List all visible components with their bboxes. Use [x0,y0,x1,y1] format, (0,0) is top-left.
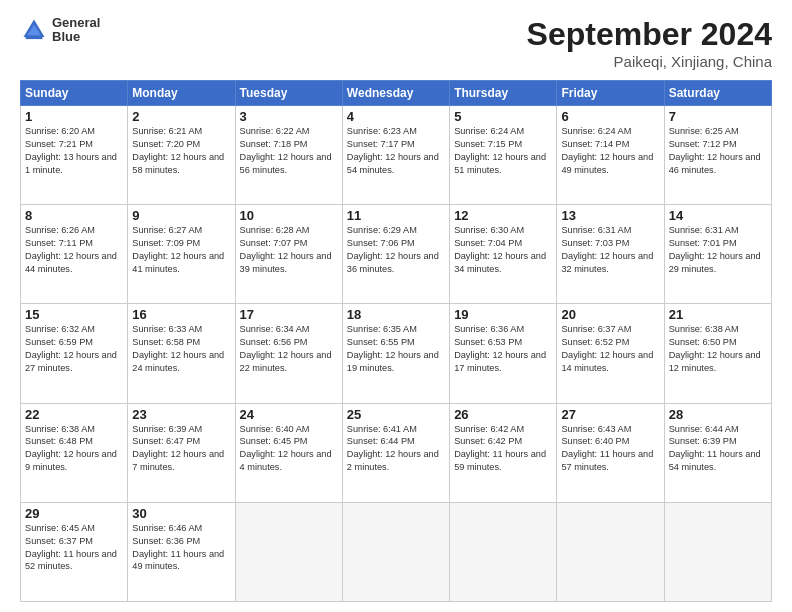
calendar-row-4: 22Sunrise: 6:38 AMSunset: 6:48 PMDayligh… [21,403,772,502]
day-number: 9 [132,208,230,223]
cell-info: Sunrise: 6:35 AMSunset: 6:55 PMDaylight:… [347,323,445,375]
day-number: 1 [25,109,123,124]
title-section: September 2024 Paikeqi, Xinjiang, China [527,16,772,70]
table-row: 27Sunrise: 6:43 AMSunset: 6:40 PMDayligh… [557,403,664,502]
table-row: 16Sunrise: 6:33 AMSunset: 6:58 PMDayligh… [128,304,235,403]
table-row: 15Sunrise: 6:32 AMSunset: 6:59 PMDayligh… [21,304,128,403]
cell-info: Sunrise: 6:45 AMSunset: 6:37 PMDaylight:… [25,522,123,574]
table-row: 17Sunrise: 6:34 AMSunset: 6:56 PMDayligh… [235,304,342,403]
calendar-row-3: 15Sunrise: 6:32 AMSunset: 6:59 PMDayligh… [21,304,772,403]
calendar-row-1: 1Sunrise: 6:20 AMSunset: 7:21 PMDaylight… [21,106,772,205]
day-number: 17 [240,307,338,322]
day-number: 18 [347,307,445,322]
cell-info: Sunrise: 6:30 AMSunset: 7:04 PMDaylight:… [454,224,552,276]
cell-info: Sunrise: 6:25 AMSunset: 7:12 PMDaylight:… [669,125,767,177]
day-number: 8 [25,208,123,223]
col-friday: Friday [557,81,664,106]
cell-info: Sunrise: 6:40 AMSunset: 6:45 PMDaylight:… [240,423,338,475]
table-row: 20Sunrise: 6:37 AMSunset: 6:52 PMDayligh… [557,304,664,403]
table-row: 10Sunrise: 6:28 AMSunset: 7:07 PMDayligh… [235,205,342,304]
cell-info: Sunrise: 6:44 AMSunset: 6:39 PMDaylight:… [669,423,767,475]
day-number: 27 [561,407,659,422]
table-row [664,502,771,601]
table-row: 22Sunrise: 6:38 AMSunset: 6:48 PMDayligh… [21,403,128,502]
cell-info: Sunrise: 6:24 AMSunset: 7:15 PMDaylight:… [454,125,552,177]
day-number: 3 [240,109,338,124]
cell-info: Sunrise: 6:37 AMSunset: 6:52 PMDaylight:… [561,323,659,375]
day-number: 14 [669,208,767,223]
day-number: 4 [347,109,445,124]
day-number: 25 [347,407,445,422]
table-row: 14Sunrise: 6:31 AMSunset: 7:01 PMDayligh… [664,205,771,304]
header: General Blue September 2024 Paikeqi, Xin… [20,16,772,70]
day-number: 16 [132,307,230,322]
table-row: 6Sunrise: 6:24 AMSunset: 7:14 PMDaylight… [557,106,664,205]
table-row: 25Sunrise: 6:41 AMSunset: 6:44 PMDayligh… [342,403,449,502]
cell-info: Sunrise: 6:24 AMSunset: 7:14 PMDaylight:… [561,125,659,177]
day-number: 28 [669,407,767,422]
table-row: 24Sunrise: 6:40 AMSunset: 6:45 PMDayligh… [235,403,342,502]
table-row: 29Sunrise: 6:45 AMSunset: 6:37 PMDayligh… [21,502,128,601]
day-number: 29 [25,506,123,521]
cell-info: Sunrise: 6:39 AMSunset: 6:47 PMDaylight:… [132,423,230,475]
cell-info: Sunrise: 6:28 AMSunset: 7:07 PMDaylight:… [240,224,338,276]
table-row: 13Sunrise: 6:31 AMSunset: 7:03 PMDayligh… [557,205,664,304]
day-number: 10 [240,208,338,223]
col-monday: Monday [128,81,235,106]
col-saturday: Saturday [664,81,771,106]
day-number: 24 [240,407,338,422]
cell-info: Sunrise: 6:38 AMSunset: 6:50 PMDaylight:… [669,323,767,375]
subtitle: Paikeqi, Xinjiang, China [527,53,772,70]
cell-info: Sunrise: 6:38 AMSunset: 6:48 PMDaylight:… [25,423,123,475]
cell-info: Sunrise: 6:22 AMSunset: 7:18 PMDaylight:… [240,125,338,177]
col-thursday: Thursday [450,81,557,106]
day-number: 19 [454,307,552,322]
table-row: 19Sunrise: 6:36 AMSunset: 6:53 PMDayligh… [450,304,557,403]
day-number: 12 [454,208,552,223]
table-row: 4Sunrise: 6:23 AMSunset: 7:17 PMDaylight… [342,106,449,205]
day-number: 23 [132,407,230,422]
day-number: 5 [454,109,552,124]
cell-info: Sunrise: 6:32 AMSunset: 6:59 PMDaylight:… [25,323,123,375]
col-sunday: Sunday [21,81,128,106]
table-row: 1Sunrise: 6:20 AMSunset: 7:21 PMDaylight… [21,106,128,205]
cell-info: Sunrise: 6:26 AMSunset: 7:11 PMDaylight:… [25,224,123,276]
table-row: 2Sunrise: 6:21 AMSunset: 7:20 PMDaylight… [128,106,235,205]
cell-info: Sunrise: 6:36 AMSunset: 6:53 PMDaylight:… [454,323,552,375]
svg-rect-2 [26,36,43,40]
table-row: 30Sunrise: 6:46 AMSunset: 6:36 PMDayligh… [128,502,235,601]
col-tuesday: Tuesday [235,81,342,106]
calendar-row-5: 29Sunrise: 6:45 AMSunset: 6:37 PMDayligh… [21,502,772,601]
logo-line1: General [52,16,100,30]
page: General Blue September 2024 Paikeqi, Xin… [0,0,792,612]
table-row: 28Sunrise: 6:44 AMSunset: 6:39 PMDayligh… [664,403,771,502]
cell-info: Sunrise: 6:21 AMSunset: 7:20 PMDaylight:… [132,125,230,177]
day-number: 22 [25,407,123,422]
table-row: 7Sunrise: 6:25 AMSunset: 7:12 PMDaylight… [664,106,771,205]
cell-info: Sunrise: 6:43 AMSunset: 6:40 PMDaylight:… [561,423,659,475]
day-number: 13 [561,208,659,223]
day-number: 2 [132,109,230,124]
calendar-row-2: 8Sunrise: 6:26 AMSunset: 7:11 PMDaylight… [21,205,772,304]
logo-text: General Blue [52,16,100,45]
table-row: 9Sunrise: 6:27 AMSunset: 7:09 PMDaylight… [128,205,235,304]
table-row: 18Sunrise: 6:35 AMSunset: 6:55 PMDayligh… [342,304,449,403]
table-row: 23Sunrise: 6:39 AMSunset: 6:47 PMDayligh… [128,403,235,502]
table-row: 11Sunrise: 6:29 AMSunset: 7:06 PMDayligh… [342,205,449,304]
cell-info: Sunrise: 6:41 AMSunset: 6:44 PMDaylight:… [347,423,445,475]
col-wednesday: Wednesday [342,81,449,106]
day-number: 11 [347,208,445,223]
table-row [235,502,342,601]
cell-info: Sunrise: 6:31 AMSunset: 7:03 PMDaylight:… [561,224,659,276]
table-row: 3Sunrise: 6:22 AMSunset: 7:18 PMDaylight… [235,106,342,205]
logo-line2: Blue [52,30,100,44]
cell-info: Sunrise: 6:20 AMSunset: 7:21 PMDaylight:… [25,125,123,177]
table-row: 21Sunrise: 6:38 AMSunset: 6:50 PMDayligh… [664,304,771,403]
table-row: 5Sunrise: 6:24 AMSunset: 7:15 PMDaylight… [450,106,557,205]
day-number: 6 [561,109,659,124]
table-row [342,502,449,601]
table-row [557,502,664,601]
table-row: 8Sunrise: 6:26 AMSunset: 7:11 PMDaylight… [21,205,128,304]
table-row: 26Sunrise: 6:42 AMSunset: 6:42 PMDayligh… [450,403,557,502]
day-number: 21 [669,307,767,322]
